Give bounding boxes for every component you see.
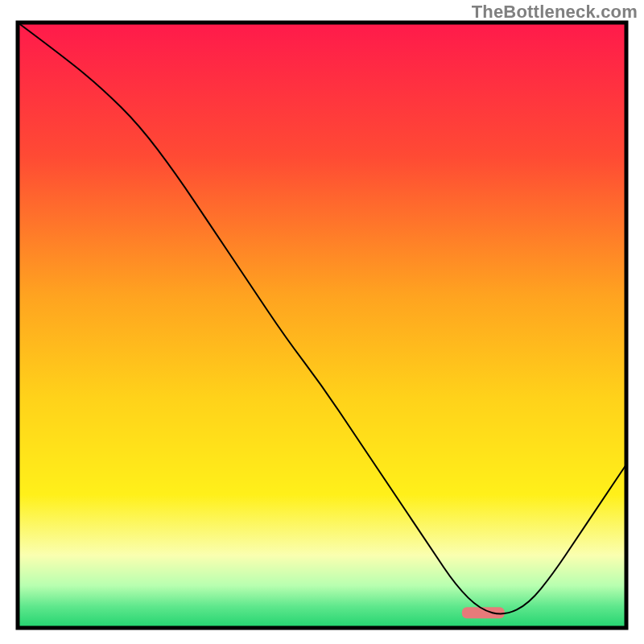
plot-gradient-fill [18,23,626,628]
chart-stage: TheBottleneck.com [0,0,644,644]
bottleneck-chart [0,0,644,644]
watermark-text: TheBottleneck.com [472,2,638,23]
